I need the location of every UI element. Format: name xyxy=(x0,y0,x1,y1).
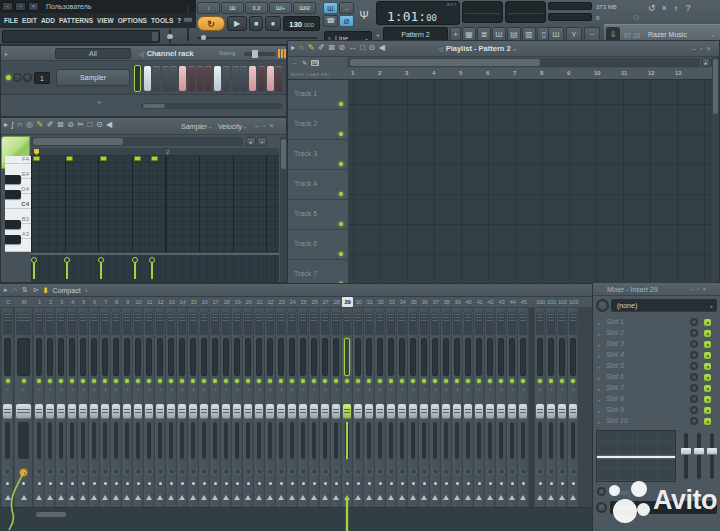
volume-fader[interactable] xyxy=(189,404,197,419)
pan-knob[interactable] xyxy=(311,468,318,475)
mixer-strip-102[interactable] xyxy=(557,308,568,507)
eq-display[interactable] xyxy=(596,430,676,482)
pan-knob[interactable] xyxy=(333,468,340,475)
magnet-icon[interactable]: ∩ xyxy=(299,43,305,52)
eq-band-track[interactable] xyxy=(710,433,714,479)
mixer-slot-10[interactable]: ▸Slot 10 xyxy=(593,416,720,427)
mixer-strip-36[interactable] xyxy=(419,308,430,507)
velocity-stem[interactable] xyxy=(134,260,136,279)
volume-fader[interactable] xyxy=(464,404,472,419)
playlist-vscrollbar[interactable] xyxy=(712,57,719,282)
paint-tool-icon[interactable]: ✐ xyxy=(318,43,325,52)
mixer-channel-number-37[interactable]: 37 xyxy=(430,297,441,307)
close-button[interactable]: × xyxy=(269,122,273,129)
mixer-strip-33[interactable] xyxy=(386,308,397,507)
mute-tool-icon[interactable]: ⊘ xyxy=(67,120,74,129)
maximize-button[interactable]: ▫ xyxy=(263,122,265,129)
volume-fader[interactable] xyxy=(90,404,98,419)
playlist-timeline[interactable]: MODE CHAN PAT 12345678910111213 xyxy=(288,68,719,80)
mixer-channel-number-19[interactable]: 19 xyxy=(232,297,243,307)
minimize-button[interactable]: – xyxy=(2,2,13,11)
pan-marker[interactable] xyxy=(157,495,163,500)
zoom-tool-icon[interactable]: ⊙ xyxy=(368,43,375,52)
stop-button[interactable]: ■ xyxy=(249,16,263,31)
eq-band-fader[interactable] xyxy=(707,448,717,455)
mixer-strip-16[interactable] xyxy=(199,308,210,507)
pan-knob[interactable] xyxy=(13,73,22,82)
volume-fader[interactable] xyxy=(112,404,120,419)
mixer-strip-100[interactable] xyxy=(535,308,546,507)
blend-notes-icon[interactable]: Ш+ xyxy=(269,2,292,14)
slot-enable-led[interactable] xyxy=(704,341,711,348)
help-icon[interactable]: ? xyxy=(686,3,691,13)
keyboard-editor-indicator[interactable] xyxy=(134,65,141,92)
pan-knob[interactable] xyxy=(559,468,566,475)
playback-marker[interactable] xyxy=(34,149,39,155)
mixer-channel-number-35[interactable]: 35 xyxy=(408,297,419,307)
mixer-channel-number-29[interactable]: 29 xyxy=(342,297,353,307)
piano-roll-timeline[interactable]: 2 xyxy=(31,148,279,156)
volume-fader[interactable] xyxy=(222,404,230,419)
menu-item-add[interactable]: ADD xyxy=(41,17,55,24)
pan-knob[interactable] xyxy=(355,468,362,475)
volume-fader[interactable] xyxy=(156,404,164,419)
volume-fader[interactable] xyxy=(68,404,76,419)
slot-enable-led[interactable] xyxy=(704,385,711,392)
pan-knob[interactable] xyxy=(190,468,197,475)
minimize-button[interactable]: – xyxy=(692,45,696,52)
slot-knob[interactable] xyxy=(690,340,698,348)
velocity-stem[interactable] xyxy=(33,260,35,279)
volume-fader[interactable] xyxy=(299,404,307,419)
eq-band-track[interactable] xyxy=(684,433,688,479)
menu-item-options[interactable]: OPTIONS xyxy=(118,17,147,24)
mixer-channel-number-16[interactable]: 16 xyxy=(199,297,210,307)
target-control-selector[interactable]: Velocity ▾ xyxy=(218,123,246,130)
mixer-strip-5[interactable] xyxy=(78,308,89,507)
volume-fader[interactable] xyxy=(266,404,274,419)
note[interactable] xyxy=(151,156,158,161)
play-button[interactable]: ▶ xyxy=(227,16,247,31)
mixer-channel-number-10[interactable]: 10 xyxy=(133,297,144,307)
volume-fader[interactable] xyxy=(145,404,153,419)
mixer-strip-17[interactable] xyxy=(210,308,221,507)
pan-marker[interactable] xyxy=(256,495,262,500)
slot-enable-led[interactable] xyxy=(704,374,711,381)
eq-band-track[interactable] xyxy=(697,433,701,479)
slot-enable-led[interactable] xyxy=(704,319,711,326)
mixer-strip-8[interactable] xyxy=(111,308,122,507)
pan-knob[interactable] xyxy=(146,468,153,475)
master-pitch-slider[interactable] xyxy=(183,1,193,43)
pan-marker[interactable] xyxy=(289,495,295,500)
mixer-strip-29[interactable] xyxy=(342,308,353,507)
menu-item-view[interactable]: VIEW xyxy=(97,17,114,24)
menu-arrow-icon[interactable]: ▸ xyxy=(5,50,8,57)
step-cell-3[interactable] xyxy=(162,66,169,91)
pan-knob[interactable] xyxy=(498,468,505,475)
chevron-left-icon[interactable]: ◂ xyxy=(376,31,379,38)
channel-button-sampler[interactable]: Sampler xyxy=(56,69,130,86)
volume-fader[interactable] xyxy=(431,404,439,419)
pan-marker[interactable] xyxy=(454,495,460,500)
pan-marker[interactable] xyxy=(432,495,438,500)
minimize-button[interactable]: – xyxy=(255,122,259,129)
scroll-right-button[interactable]: ▸ xyxy=(702,58,710,67)
pan-marker[interactable] xyxy=(47,495,53,500)
note[interactable] xyxy=(134,156,141,161)
mixer-strip-12[interactable] xyxy=(155,308,166,507)
mixer-channel-number-11[interactable]: 11 xyxy=(144,297,155,307)
mixer-strip-14[interactable] xyxy=(177,308,188,507)
volume-knob[interactable] xyxy=(23,73,32,82)
mixer-strip-39[interactable] xyxy=(452,308,463,507)
volume-fader[interactable] xyxy=(35,404,43,419)
step-cell-14[interactable] xyxy=(258,66,265,91)
send-knob[interactable] xyxy=(596,502,607,513)
pan-knob[interactable] xyxy=(212,468,219,475)
route-icon[interactable]: ⊳ xyxy=(33,286,39,294)
velocity-stem[interactable] xyxy=(100,260,102,279)
pan-marker[interactable] xyxy=(311,495,317,500)
step-cell-13[interactable] xyxy=(249,66,256,91)
pan-knob[interactable] xyxy=(179,468,186,475)
mixer-strip-38[interactable] xyxy=(441,308,452,507)
menu-arrow-icon[interactable]: ▸ xyxy=(291,43,295,52)
pan-marker[interactable] xyxy=(278,495,284,500)
